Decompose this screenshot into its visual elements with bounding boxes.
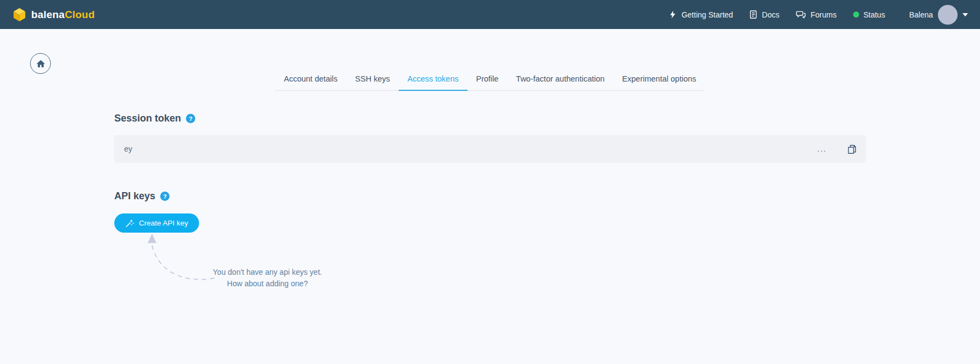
navbar-links: Getting Started Docs Forums — [669, 5, 968, 25]
api-keys-heading: API keys ? — [114, 190, 170, 202]
nav-docs[interactable]: Docs — [749, 10, 779, 19]
create-api-key-button[interactable]: Create API key — [114, 213, 199, 233]
tab-two-factor-authentication[interactable]: Two-factor authentication — [508, 71, 614, 91]
balena-cube-icon — [12, 7, 27, 22]
tab-account-details[interactable]: Account details — [275, 71, 346, 91]
tab-ssh-keys[interactable]: SSH keys — [346, 71, 399, 91]
tab-experimental-options[interactable]: Experimental options — [614, 71, 705, 91]
tab-profile[interactable]: Profile — [467, 71, 507, 91]
tab-access-tokens[interactable]: Access tokens — [399, 71, 468, 91]
home-button[interactable] — [30, 53, 51, 74]
top-navbar: balenaCloud Getting Started Docs — [0, 0, 980, 29]
help-icon[interactable]: ? — [160, 192, 170, 201]
document-icon — [749, 10, 757, 19]
avatar[interactable] — [938, 5, 958, 25]
user-menu[interactable]: Balena — [909, 5, 968, 25]
empty-state-line2: How about adding one? — [207, 278, 328, 290]
session-token-field: ey ... — [114, 135, 866, 163]
bolt-icon — [669, 10, 677, 19]
user-name: Balena — [909, 10, 933, 19]
brand-name: balenaCloud — [31, 9, 95, 21]
api-keys-empty-state: You don't have any api keys yet. How abo… — [207, 267, 328, 290]
home-icon — [36, 59, 45, 68]
nav-status[interactable]: Status — [853, 10, 885, 19]
empty-state-line1: You don't have any api keys yet. — [207, 267, 328, 278]
settings-tabs: Account details SSH keys Access tokens P… — [275, 71, 705, 91]
session-token-value: ey — [124, 145, 132, 153]
copy-button[interactable] — [847, 143, 857, 155]
status-dot-icon — [853, 11, 859, 18]
token-expand-ellipsis[interactable]: ... — [817, 145, 827, 153]
help-icon[interactable]: ? — [186, 114, 195, 123]
chat-bubbles-icon — [796, 10, 806, 19]
chevron-down-icon — [962, 13, 968, 16]
magic-wand-icon — [125, 219, 134, 228]
nav-getting-started[interactable]: Getting Started — [669, 10, 733, 19]
session-token-heading: Session token ? — [114, 113, 195, 124]
nav-forums[interactable]: Forums — [796, 10, 836, 19]
brand-logo[interactable]: balenaCloud — [12, 7, 95, 22]
